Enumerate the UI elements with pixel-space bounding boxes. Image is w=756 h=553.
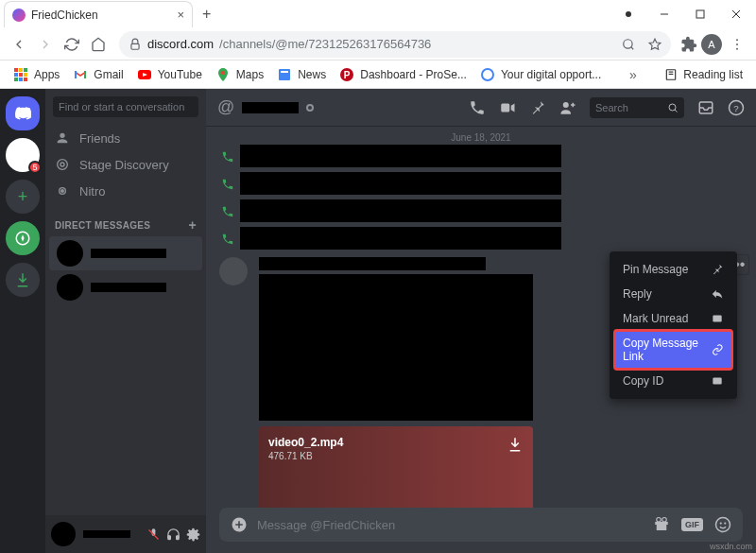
home-button[interactable]: [87, 33, 110, 56]
add-friend-icon[interactable]: [559, 99, 576, 116]
bookmark-overflow[interactable]: »: [629, 67, 637, 82]
reading-list-button[interactable]: Reading list: [659, 64, 748, 85]
find-conversation-input[interactable]: Find or start a conversation: [53, 96, 198, 117]
self-avatar[interactable]: [51, 522, 76, 546]
settings-icon[interactable]: [186, 527, 200, 542]
svg-point-0: [626, 11, 631, 17]
message-attachment-redacted[interactable]: [259, 274, 533, 421]
svg-rect-39: [168, 535, 171, 539]
apps-icon: [13, 67, 28, 82]
lock-icon: [129, 38, 142, 51]
google-icon: [480, 67, 495, 82]
call-started-icon: [221, 205, 234, 218]
unread-icon: [711, 312, 724, 325]
add-server-button[interactable]: +: [6, 180, 40, 214]
add-dm-icon[interactable]: +: [189, 217, 197, 233]
reply-icon: [711, 287, 724, 301]
dm-item[interactable]: [49, 270, 202, 304]
svg-rect-51: [713, 378, 721, 385]
svg-point-11: [736, 47, 738, 49]
home-button[interactable]: [6, 96, 40, 130]
input-placeholder: Message @FriedChicken: [257, 518, 644, 532]
inbox-icon[interactable]: [697, 99, 714, 116]
video-call-icon[interactable]: [499, 99, 516, 116]
dm-section-header: DIRECT MESSAGES+: [45, 204, 206, 236]
tab-close-icon[interactable]: ×: [177, 8, 184, 22]
date-separator: June 18, 2021: [219, 132, 743, 143]
deafen-icon[interactable]: [166, 527, 180, 542]
url-domain: discord.com: [147, 37, 214, 51]
svg-line-46: [675, 110, 678, 112]
new-tab-button[interactable]: +: [202, 6, 211, 23]
svg-point-9: [736, 39, 738, 41]
reload-button[interactable]: [60, 33, 83, 56]
close-icon[interactable]: [720, 3, 752, 26]
browser-titlebar: FriedChicken × +: [0, 0, 756, 28]
bookmark-youtube[interactable]: YouTube: [131, 63, 208, 86]
pin-icon[interactable]: [529, 99, 546, 116]
svg-rect-40: [177, 535, 180, 539]
bookmark-apps[interactable]: Apps: [8, 63, 65, 86]
back-button[interactable]: [8, 33, 30, 56]
add-attachment-icon[interactable]: [231, 516, 248, 533]
bookmark-pinterest[interactable]: PDashboard - ProSe...: [334, 63, 472, 86]
friends-tab[interactable]: Friends: [45, 125, 206, 151]
call-entry-redacted: [240, 199, 561, 222]
message-input[interactable]: Message @FriedChicken GIF: [219, 508, 743, 542]
emoji-icon[interactable]: [714, 516, 731, 533]
watermark: wsxdn.com: [710, 542, 752, 551]
svg-marker-8: [649, 39, 661, 49]
video-attachment[interactable]: video0_2.mp4 476.71 KB: [259, 426, 533, 508]
bookmark-google[interactable]: Your digital opport...: [474, 63, 607, 86]
gift-icon[interactable]: [653, 516, 670, 533]
bookmark-gmail[interactable]: Gmail: [67, 63, 129, 86]
menu-copy-id[interactable]: Copy ID: [615, 369, 731, 393]
profile-avatar[interactable]: A: [701, 34, 722, 55]
messages-area[interactable]: June 18, 2021 video0_2.mp4 476.71 KB: [206, 127, 756, 508]
news-icon: [277, 67, 292, 82]
explore-button[interactable]: [6, 221, 40, 255]
svg-rect-12: [14, 68, 18, 72]
svg-text:P: P: [344, 70, 351, 80]
url-bar[interactable]: discord.com/channels/@me/723125263176564…: [119, 31, 671, 58]
download-video-icon[interactable]: [507, 436, 524, 457]
star-icon[interactable]: [648, 38, 662, 51]
svg-rect-50: [713, 316, 721, 322]
search-in-url-icon[interactable]: [622, 38, 635, 51]
menu-icon[interactable]: [726, 33, 748, 56]
minimize-icon[interactable]: [648, 3, 680, 26]
bookmark-maps[interactable]: Maps: [210, 63, 269, 86]
svg-point-23: [221, 71, 225, 75]
message-avatar[interactable]: [219, 257, 248, 285]
menu-pin-message[interactable]: Pin Message: [615, 257, 731, 282]
download-button[interactable]: [6, 263, 40, 297]
mute-icon[interactable]: [146, 527, 161, 542]
menu-reply[interactable]: Reply: [615, 282, 731, 306]
bookmark-news[interactable]: News: [271, 63, 332, 86]
voice-call-icon[interactable]: [469, 99, 486, 116]
app-menu-icon[interactable]: [612, 3, 644, 26]
menu-copy-message-link[interactable]: Copy Message Link: [615, 331, 731, 369]
extensions-icon[interactable]: [680, 36, 697, 53]
menu-mark-unread[interactable]: Mark Unread: [615, 306, 731, 331]
svg-text:?: ?: [733, 102, 739, 112]
header-search-input[interactable]: Search: [590, 97, 684, 118]
browser-tab[interactable]: FriedChicken ×: [4, 1, 193, 27]
guild-item[interactable]: 5: [6, 138, 40, 172]
svg-line-7: [631, 46, 634, 49]
maximize-icon[interactable]: [684, 3, 716, 26]
svg-rect-25: [281, 71, 288, 73]
svg-rect-16: [19, 73, 23, 77]
gif-button[interactable]: GIF: [681, 518, 703, 531]
maps-icon: [215, 67, 231, 82]
tab-favicon: [12, 9, 26, 22]
video-filesize: 476.71 KB: [268, 451, 524, 461]
svg-rect-13: [19, 68, 23, 72]
svg-point-45: [669, 104, 676, 111]
stage-discovery-tab[interactable]: Stage Discovery: [45, 151, 206, 178]
nitro-tab[interactable]: Nitro: [45, 178, 206, 204]
dm-item-active[interactable]: [49, 236, 202, 270]
help-icon[interactable]: ?: [728, 99, 745, 116]
call-entry-redacted: [240, 227, 561, 250]
tab-title: FriedChicken: [31, 9, 98, 22]
